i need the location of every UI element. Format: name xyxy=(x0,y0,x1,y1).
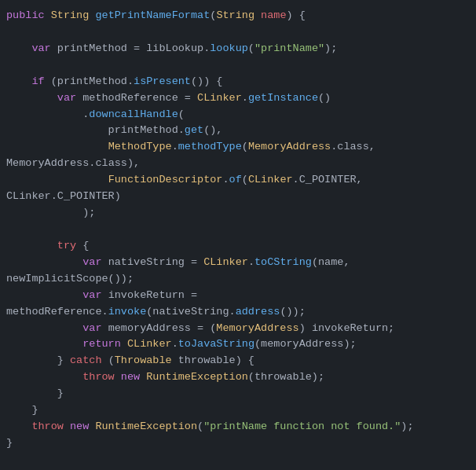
code-line: CLinker.C_POINTER) xyxy=(0,189,476,205)
code-line: public String getPrintNameFormat(String … xyxy=(0,8,476,24)
code-line: var methodReference = CLinker.getInstanc… xyxy=(0,90,476,107)
code-line: newImplicitScope()); xyxy=(0,271,476,288)
code-line: .downcallHandle( xyxy=(0,107,476,123)
code-line: var memoryAddress = (MemoryAddress) invo… xyxy=(0,321,476,337)
code-line: MemoryAddress.class), xyxy=(0,156,476,172)
code-line: if (printMethod.isPresent()) { xyxy=(0,74,476,90)
code-line: } xyxy=(0,386,476,402)
code-line: var printMethod = libLookup.lookup("prin… xyxy=(0,41,476,57)
code-line: } xyxy=(0,402,476,419)
code-line xyxy=(0,222,476,238)
code-line xyxy=(0,24,476,41)
code-line: } catch (Throwable throwable) { xyxy=(0,353,476,369)
code-content: public String getPrintNameFormat(String … xyxy=(0,8,476,452)
code-line: methodReference.invoke(nativeString.addr… xyxy=(0,304,476,321)
code-line: try { xyxy=(0,238,476,255)
code-line: var invokeReturn = xyxy=(0,288,476,304)
code-line: return CLinker.toJavaString(memoryAddres… xyxy=(0,336,476,353)
code-line: } xyxy=(0,435,476,452)
code-line xyxy=(0,57,476,74)
code-line: printMethod.get(), xyxy=(0,123,476,139)
code-line: ); xyxy=(0,205,476,222)
code-line: MethodType.methodType(MemoryAddress.clas… xyxy=(0,139,476,156)
code-line: throw new RuntimeException(throwable); xyxy=(0,369,476,386)
code-line: var nativeString = CLinker.toCString(nam… xyxy=(0,255,476,271)
code-editor: public String getPrintNameFormat(String … xyxy=(0,0,476,470)
code-line: throw new RuntimeException("printName fu… xyxy=(0,419,476,435)
code-line: FunctionDescriptor.of(CLinker.C_POINTER, xyxy=(0,172,476,189)
